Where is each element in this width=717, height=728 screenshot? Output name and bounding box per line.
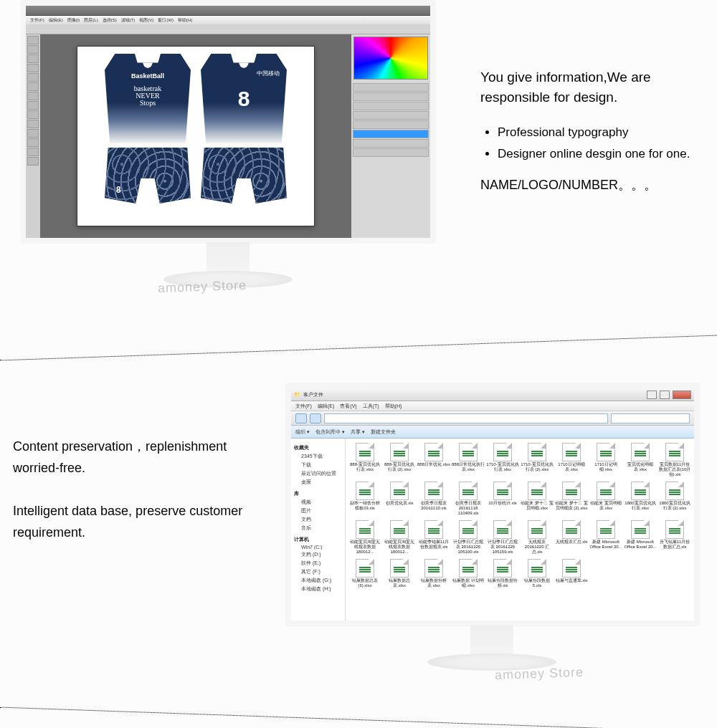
ps-menu[interactable]: 视图(V) (139, 17, 153, 24)
cmd-share[interactable]: 共享 ▾ (351, 428, 365, 436)
file-item[interactable]: 动能季铂展11月份数据报表.xls (417, 520, 450, 557)
cmd-organize[interactable]: 组织 ▾ (295, 428, 310, 436)
ps-layer-selected[interactable] (353, 130, 429, 138)
file-item[interactable]: 10月份统计.xls (486, 482, 519, 519)
file-item[interactable]: 宝贝优化明细表.xlsx (624, 443, 657, 480)
file-item[interactable]: 历飞钻展11月份数据汇总.xls (658, 520, 691, 557)
file-item[interactable]: 钻展数据总表.xlsx (383, 559, 416, 596)
file-item[interactable]: 动能宝贝淘宝无线报表数据180012... (383, 520, 416, 557)
ps-layer[interactable] (353, 83, 429, 92)
file-item[interactable]: 无线报表 20161220 汇总.xls (521, 520, 554, 557)
file-item[interactable]: 1710日记明细.xlsx (589, 443, 622, 480)
file-item[interactable]: 动能来 梦十二 宝贝明细表 (2).xlsx (555, 482, 588, 519)
file-item[interactable]: 888日常优化.xlsx (417, 443, 450, 480)
sidebar-item[interactable]: 其它 (F:) (294, 568, 342, 575)
ps-tool[interactable] (27, 54, 39, 63)
breadcrumb[interactable] (324, 413, 608, 423)
sidebar-item[interactable]: 文档 (294, 516, 342, 523)
ps-layer[interactable] (353, 102, 429, 110)
ps-tool[interactable] (27, 73, 39, 82)
ps-tool[interactable] (27, 36, 39, 44)
file-item[interactable]: 1710日记明细表.xlsx (555, 443, 588, 480)
ps-menu[interactable]: 编辑(E) (49, 17, 63, 24)
maximize-button[interactable] (660, 391, 670, 399)
win-menu[interactable]: 文件(F) (295, 403, 312, 410)
ps-menu[interactable]: 图像(I) (67, 17, 80, 24)
file-item[interactable]: 计划季日汇总报表 20161225 105159.xls (486, 520, 519, 557)
win-menu[interactable]: 查看(V) (340, 403, 356, 410)
ps-tool[interactable] (27, 110, 39, 119)
sidebar-item[interactable]: 文档 (D:) (294, 551, 342, 558)
ps-tool[interactable] (27, 64, 39, 72)
file-item[interactable]: 无线报表汇总.xls (555, 520, 588, 557)
file-item[interactable]: 动能来 梦十二 宝贝明细.xlsx (521, 482, 554, 519)
ps-tool[interactable] (27, 129, 39, 138)
file-item[interactable]: 1710-宝贝优化执行表 (2).xlsx (521, 443, 554, 480)
file-item[interactable]: 钻展与直通车.xls (555, 559, 588, 596)
ps-layer[interactable] (353, 120, 429, 129)
file-item[interactable]: 创意优化表.xls (383, 482, 416, 519)
sidebar-item[interactable]: 桌面 (294, 479, 342, 486)
sidebar-item[interactable]: 最近访问的位置 (294, 470, 342, 477)
ps-tool[interactable] (27, 101, 39, 110)
win-menu[interactable]: 编辑(E) (318, 403, 334, 410)
ps-menu[interactable]: 窗口(W) (158, 17, 174, 24)
ps-tool[interactable] (27, 157, 39, 166)
ps-layer[interactable] (353, 148, 429, 157)
file-item[interactable]: 1710-宝贝优化执行表.xlsx (486, 443, 519, 480)
sidebar-item[interactable]: 本地磁盘 (H:) (294, 585, 342, 593)
close-button[interactable] (673, 391, 691, 399)
ps-layer[interactable] (353, 92, 429, 101)
file-item[interactable]: 新建 Microsoft Office Excel 20... (624, 520, 657, 557)
file-item[interactable]: 1800宝贝优化执行表 (2).xlsx (658, 482, 691, 519)
sidebar-item[interactable]: 下载 (294, 461, 342, 469)
sidebar-item[interactable]: 音乐 (294, 525, 342, 532)
search-input[interactable] (611, 413, 690, 423)
ps-tool[interactable] (27, 45, 39, 54)
file-item[interactable]: 888-宝贝优化执行表.xlsx (348, 443, 381, 480)
ps-layer[interactable] (353, 111, 429, 120)
cmd-newfolder[interactable]: 新建文件夹 (371, 428, 396, 436)
file-item[interactable]: 钻展数据总表(3).xlsx (348, 559, 381, 596)
file-item[interactable]: 钻展分段数据5.xls (521, 559, 554, 596)
file-item[interactable]: 动能宝贝淘宝无线报表数据180012... (348, 520, 381, 557)
nav-fwd-button[interactable] (310, 413, 321, 423)
win-menu[interactable]: 帮助(H) (385, 403, 402, 410)
file-item[interactable]: 钻展数据 计划明细.xlsx (452, 559, 485, 596)
file-item[interactable]: 888-宝贝优化执行表 (2).xlsx (383, 443, 416, 480)
file-item[interactable]: 创意季日报表20161110.xls (417, 482, 450, 519)
sidebar-item[interactable]: 视频 (294, 499, 342, 506)
file-item[interactable]: 钻展分段数据分析.xls (486, 559, 519, 596)
file-item[interactable]: 钻展数据分析表.xlsx (417, 559, 450, 596)
win-menu[interactable]: 工具(T) (363, 403, 379, 410)
ps-tool[interactable] (27, 82, 39, 91)
ps-tool[interactable] (27, 120, 39, 128)
minimize-button[interactable] (647, 391, 657, 399)
ps-menu[interactable]: 图层(L) (84, 17, 98, 24)
nav-back-button[interactable] (295, 413, 307, 423)
sidebar-item[interactable]: 本地磁盘 (G:) (294, 577, 342, 584)
ps-swatches[interactable] (353, 37, 428, 80)
sidebar-item[interactable]: 软件 (E:) (294, 560, 342, 567)
ps-tool[interactable] (27, 138, 39, 147)
file-item[interactable]: 计划季日汇总报表 20161225 105100.xls (452, 520, 485, 557)
sidebar-item[interactable]: Win7 (C:) (294, 545, 342, 550)
file-item[interactable]: 副本一销售分析模板03.xls (348, 482, 381, 519)
cmd-include[interactable]: 包含到库中 ▾ (315, 428, 345, 436)
ps-menu[interactable]: 文件(F) (30, 17, 44, 24)
file-item[interactable]: 新建 Microsoft Office Excel 20... (589, 520, 622, 557)
file-item[interactable]: 1800宝贝优化执行表.xlsx (624, 482, 657, 519)
file-item[interactable]: 888日常优化执行表.xlsx (452, 443, 485, 480)
file-item[interactable]: 创意季日报表20161118 110409.xls (452, 482, 485, 519)
ps-menu[interactable]: 滤镜(T) (121, 17, 136, 24)
ps-tool[interactable] (27, 92, 39, 100)
file-item[interactable]: 动能来 宝贝明细表.xlsx (589, 482, 622, 519)
ps-canvas[interactable]: BasketBall basketrak NEVER Stops 8 (77, 47, 314, 226)
sidebar-item[interactable]: 图片 (294, 507, 342, 514)
ps-layer[interactable] (353, 139, 429, 148)
ps-menu[interactable]: 帮助(H) (178, 17, 192, 24)
sidebar-item[interactable]: 2345下载 (294, 453, 342, 460)
file-item[interactable]: 宝贝数据11月份数据汇总表(10月份).xls (658, 443, 691, 480)
ps-menu[interactable]: 选择(S) (103, 17, 117, 24)
ps-tool[interactable] (27, 148, 39, 156)
